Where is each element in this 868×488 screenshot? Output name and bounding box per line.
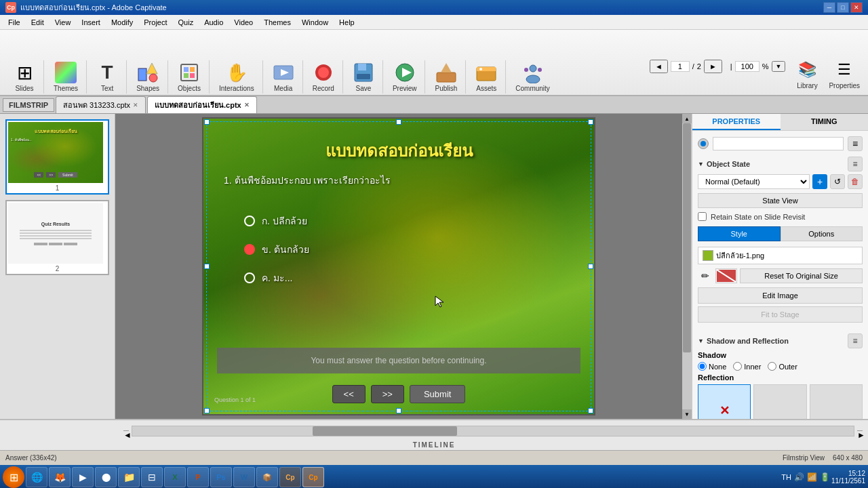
shadow-none-radio[interactable] (698, 362, 707, 371)
shadow-none-option[interactable]: None (698, 362, 726, 371)
text-button[interactable]: T Text (94, 60, 121, 94)
option-c[interactable]: ค. มะ... (244, 270, 309, 285)
shadow-outer-option[interactable]: Outer (768, 362, 797, 371)
taskbar-folder[interactable]: 📁 (118, 467, 140, 487)
shadow-menu-btn[interactable]: ≡ (848, 333, 863, 348)
menu-themes[interactable]: Themes (258, 17, 296, 28)
themes-button[interactable]: Themes (51, 60, 81, 94)
state-menu-btn[interactable]: ≡ (848, 157, 863, 171)
record-button[interactable]: Record (310, 60, 337, 94)
publish-button[interactable]: Publish (432, 60, 460, 94)
taskbar-explorer[interactable]: ⊟ (141, 467, 163, 487)
menu-video[interactable]: Video (229, 17, 258, 28)
style-tab[interactable]: Style (698, 226, 781, 241)
preview-button[interactable]: Preview (390, 60, 420, 94)
fit-stage-btn[interactable]: Fit to Stage (698, 306, 863, 323)
reflection-type-2[interactable] (810, 384, 863, 419)
state-view-button[interactable]: State View (698, 193, 863, 208)
taskbar-chrome[interactable]: ⬤ (95, 467, 117, 487)
minimize-button[interactable]: ─ (823, 2, 835, 13)
interactions-button[interactable]: ✋ Interactions (216, 60, 257, 94)
menu-insert[interactable]: Insert (76, 17, 106, 28)
object-menu-btn[interactable]: ≡ (848, 136, 863, 151)
shadow-inner-radio[interactable] (733, 362, 742, 371)
next-nav-button[interactable]: ► (704, 60, 722, 73)
menu-project[interactable]: Project (138, 17, 172, 28)
visibility-toggle[interactable] (698, 138, 709, 149)
menu-window[interactable]: Window (296, 17, 334, 28)
menu-file[interactable]: File (3, 17, 26, 28)
add-state-btn[interactable]: + (812, 174, 827, 189)
menu-modify[interactable]: Modify (106, 17, 138, 28)
library-button[interactable]: 📚 Library (793, 58, 821, 91)
zoom-input[interactable] (735, 61, 760, 72)
objects-button[interactable]: Objects (175, 60, 203, 94)
vertical-scrollbar[interactable]: ▲ ▼ (682, 114, 692, 419)
media-button[interactable]: Media (270, 60, 297, 94)
submit-button[interactable]: Submit (410, 385, 465, 403)
timeline-scroll-thumb[interactable] (313, 426, 457, 436)
properties-button[interactable]: ☰ Properties (826, 58, 863, 91)
delete-state-btn[interactable]: 🗑 (848, 174, 863, 189)
menu-audio[interactable]: Audio (199, 17, 229, 28)
options-tab[interactable]: Options (781, 226, 863, 241)
tab-timing[interactable]: TIMING (781, 114, 869, 130)
save-button[interactable]: Save (350, 60, 377, 94)
scroll-thumb[interactable] (683, 123, 691, 352)
taskbar-wmp[interactable]: ▶ (72, 467, 94, 487)
tab-properties[interactable]: PROPERTIES (692, 114, 781, 130)
tab-sounpd[interactable]: สอนพด 313233.cptx ✕ (56, 96, 146, 113)
timeline-left-arrow[interactable]: ◄ (123, 430, 129, 431)
zoom-dropdown[interactable]: ▼ (772, 61, 786, 72)
menu-edit[interactable]: Edit (26, 17, 50, 28)
menu-view[interactable]: View (50, 17, 77, 28)
reflection-none[interactable]: ✕ (698, 384, 751, 419)
filmstrip-tab[interactable]: FILMSTRIP (3, 98, 54, 112)
taskbar-ppt[interactable]: P (187, 467, 209, 487)
shapes-button[interactable]: Shapes (134, 60, 162, 94)
radio-c[interactable] (244, 272, 255, 283)
taskbar-excel[interactable]: X (164, 467, 186, 487)
tab-close-1[interactable]: ✕ (133, 102, 138, 108)
taskbar-word[interactable]: W (233, 467, 255, 487)
taskbar-winrar[interactable]: 📦 (256, 467, 278, 487)
slides-button[interactable]: ⊞ Slides (11, 60, 38, 94)
taskbar-captivate[interactable]: Cp (279, 467, 301, 487)
retain-state-checkbox[interactable] (698, 212, 707, 221)
prev-button[interactable]: << (332, 385, 366, 403)
object-name-input[interactable]: Image_1 (713, 137, 844, 150)
taskbar-ie[interactable]: 🌐 (26, 467, 47, 487)
slide-thumb-1[interactable]: แบบทดสอบก่อนเรียน 1. ต้นพืชอ้อม... << >>… (5, 119, 109, 195)
prev-nav-button[interactable]: ◄ (650, 60, 668, 73)
option-a[interactable]: ก. ปลีกล้วย (244, 214, 309, 228)
tab-close-2[interactable]: ✕ (244, 102, 250, 108)
slide-thumb-2[interactable]: Quiz Results 2 (5, 200, 109, 275)
community-button[interactable]: Community (513, 60, 553, 94)
next-button[interactable]: >> (371, 385, 404, 403)
shadow-inner-option[interactable]: Inner (733, 362, 761, 371)
scroll-down-arrow[interactable]: ▼ (682, 409, 692, 419)
state-dropdown[interactable]: Normal (Default) (698, 174, 810, 189)
timeline-right-arrow[interactable]: ► (857, 430, 863, 431)
refresh-state-btn[interactable]: ↺ (830, 174, 845, 189)
radio-a[interactable] (244, 216, 255, 226)
restore-button[interactable]: □ (837, 2, 849, 13)
shadow-outer-radio[interactable] (768, 362, 776, 371)
tab-active[interactable]: แบบทดสอบก่อนเรียน.cptx ✕ (147, 96, 257, 113)
radio-b[interactable] (244, 244, 255, 255)
taskbar-ps[interactable]: Ps (210, 467, 232, 487)
taskbar-captivate-active[interactable]: Cp (302, 467, 324, 487)
close-button[interactable]: ✕ (850, 2, 863, 13)
reset-size-btn[interactable]: Reset To Original Size (740, 268, 863, 283)
color-swatch[interactable] (715, 268, 737, 283)
taskbar-firefox[interactable]: 🦊 (49, 467, 71, 487)
edit-image-btn[interactable]: Edit Image (698, 287, 863, 304)
assets-button[interactable]: Assets (473, 60, 500, 94)
start-button[interactable]: ⊞ (3, 466, 24, 488)
reflection-type-1[interactable] (753, 384, 806, 419)
menu-help[interactable]: Help (334, 17, 360, 28)
option-b[interactable]: ข. ต้นกล้วย (244, 242, 309, 257)
scroll-up-arrow[interactable]: ▲ (682, 114, 692, 123)
current-slide-input[interactable] (671, 61, 690, 72)
menu-quiz[interactable]: Quiz (173, 17, 199, 28)
